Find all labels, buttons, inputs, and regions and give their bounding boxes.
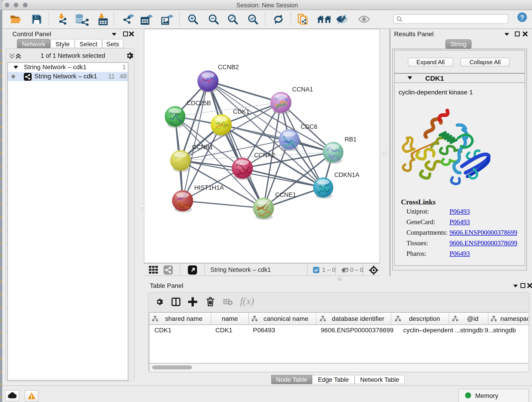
svg-text:CDC6: CDC6 <box>301 123 317 130</box>
svg-text:CDKN1A: CDKN1A <box>334 172 360 178</box>
svg-text:CCNB2: CCNB2 <box>218 64 239 70</box>
svg-text:CCNA1: CCNA1 <box>292 86 313 93</box>
svg-text:RB1: RB1 <box>345 136 357 143</box>
svg-text:CCNB1: CCNB1 <box>192 144 213 151</box>
svg-text:CCNE1: CCNE1 <box>275 191 296 198</box>
svg-text:CDK1: CDK1 <box>233 108 249 115</box>
svg-text:HIST1H1A: HIST1H1A <box>194 184 224 191</box>
svg-text:CCNA2: CCNA2 <box>254 152 275 159</box>
svg-text:CDC25B: CDC25B <box>186 100 211 107</box>
